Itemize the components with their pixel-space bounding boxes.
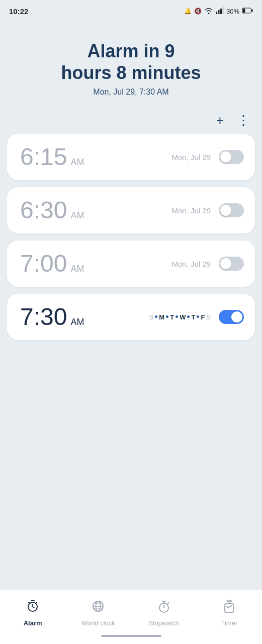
stopwatch-nav-icon: [157, 599, 171, 617]
alarm-ampm: AM: [70, 157, 84, 168]
alarm-item[interactable]: 7:30 AM S M T W T F S: [7, 294, 255, 340]
alarm-date: Mon, Jul 29: [171, 260, 211, 268]
alarm-ampm: AM: [70, 317, 84, 328]
nav-label-alarm: Alarm: [24, 619, 42, 627]
nav-item-world-clock[interactable]: World clock: [80, 599, 116, 627]
alarm-right: Mon, Jul 29: [171, 257, 244, 271]
svg-rect-5: [243, 9, 245, 13]
day-dot-W: [176, 315, 178, 318]
nav-label-timer: Timer: [221, 619, 238, 627]
bottom-nav: Alarm World clock Stopwatch: [0, 590, 262, 635]
status-bar: 10:22 🔔 🔇 30%: [0, 0, 262, 20]
nav-label-world-clock: World clock: [81, 619, 115, 627]
alarm-date: Mon, Jul 29: [171, 153, 211, 162]
alarm-icon: 🔔: [184, 8, 192, 15]
day-dot-F: [197, 315, 199, 318]
day-S2: S: [206, 313, 211, 321]
day-dot-T: [166, 315, 168, 318]
timer-nav-icon: [222, 599, 236, 617]
alarm-list: 6:15 AM Mon, Jul 29 6:30 AM Mon, Jul 29: [0, 134, 262, 465]
alarm-time-display: 7:30: [20, 305, 67, 329]
alarm-toggle[interactable]: [219, 257, 244, 271]
alarm-item[interactable]: 6:30 AM Mon, Jul 29: [7, 187, 255, 233]
alarm-toggle[interactable]: [219, 150, 244, 164]
signal-icon: [216, 7, 224, 16]
alarm-date: Mon, Jul 29: [171, 206, 211, 215]
nav-item-alarm[interactable]: Alarm: [15, 599, 50, 627]
alarm-right: Mon, Jul 29: [171, 150, 244, 164]
alarm-time-wrap: 7:00 AM: [20, 252, 84, 276]
mute-icon: 🔇: [194, 8, 202, 15]
battery-percent: 30%: [226, 8, 239, 15]
toolbar: + ⋮: [0, 112, 262, 134]
day-dot-T2: [187, 315, 190, 318]
day-M: M: [159, 313, 164, 321]
more-options-button[interactable]: ⋮: [235, 112, 252, 129]
alarm-toggle[interactable]: [219, 310, 244, 324]
svg-rect-0: [216, 12, 217, 14]
alarm-ampm: AM: [70, 210, 84, 221]
status-time: 10:22: [9, 7, 28, 16]
alarm-datetime: Mon, Jul 29, 7:30 AM: [10, 88, 252, 97]
bottom-indicator: [101, 635, 161, 637]
day-W: W: [180, 313, 186, 321]
battery-icon: [242, 8, 253, 15]
alarm-time-wrap: 6:15 AM: [20, 145, 84, 169]
alarm-item[interactable]: 7:00 AM Mon, Jul 29: [7, 240, 255, 287]
svg-rect-6: [251, 9, 253, 12]
alarm-time-display: 7:00: [20, 252, 67, 276]
alarm-time-display: 6:15: [20, 145, 67, 169]
alarm-days: S M T W T F S: [149, 313, 211, 321]
svg-rect-3: [222, 7, 224, 14]
world-clock-nav-icon: [91, 599, 105, 617]
day-T2: T: [191, 313, 195, 321]
alarm-toggle[interactable]: [219, 203, 244, 217]
day-F: F: [201, 313, 205, 321]
alarm-header: Alarm in 9hours 8 minutes Mon, Jul 29, 7…: [0, 20, 262, 112]
alarm-countdown: Alarm in 9hours 8 minutes: [10, 40, 252, 84]
svg-rect-1: [218, 10, 219, 14]
alarm-ampm: AM: [70, 264, 84, 274]
svg-rect-2: [220, 9, 222, 14]
alarm-nav-icon: [26, 599, 40, 617]
add-alarm-button[interactable]: +: [214, 112, 226, 129]
alarm-right: S M T W T F S: [149, 310, 244, 324]
alarm-time-display: 6:30: [20, 198, 67, 222]
nav-label-stopwatch: Stopwatch: [148, 619, 179, 627]
nav-item-timer[interactable]: Timer: [212, 599, 247, 627]
status-icons: 🔔 🔇 30%: [184, 7, 253, 16]
nav-item-stopwatch[interactable]: Stopwatch: [146, 599, 182, 627]
day-S: S: [149, 313, 154, 321]
day-dot-M: [155, 315, 157, 318]
alarm-right: Mon, Jul 29: [171, 203, 244, 217]
alarm-item[interactable]: 6:15 AM Mon, Jul 29: [7, 134, 255, 180]
svg-rect-12: [225, 604, 234, 612]
day-T: T: [170, 313, 174, 321]
alarm-time-wrap: 6:30 AM: [20, 198, 84, 222]
wifi-icon: [204, 7, 213, 16]
alarm-time-wrap: 7:30 AM: [20, 305, 84, 329]
